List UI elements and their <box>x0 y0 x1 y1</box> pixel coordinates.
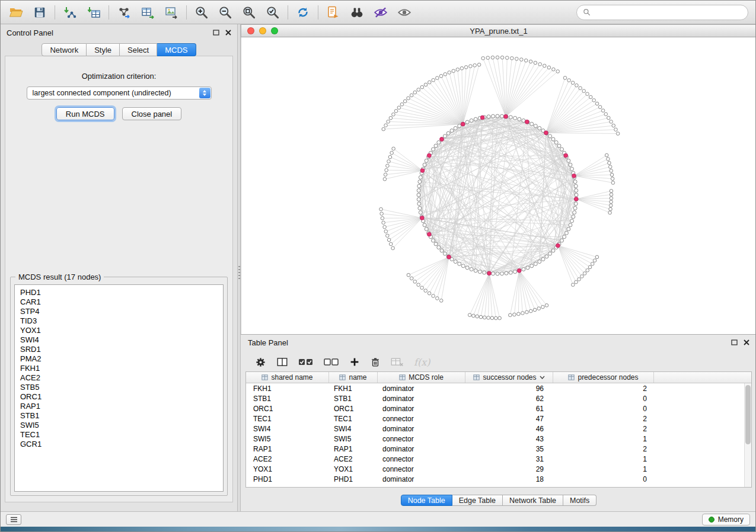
mcds-result-item[interactable]: PHD1 <box>20 288 223 297</box>
table-settings-button[interactable] <box>255 357 266 368</box>
zoom-fit-button[interactable] <box>237 3 261 22</box>
column-header-mcds-role[interactable]: MCDS role <box>378 372 465 383</box>
table-row[interactable]: STB1 STB1 dominator 62 0 <box>246 393 744 403</box>
mcds-result-item[interactable]: ACE2 <box>20 373 223 383</box>
import-table-button[interactable] <box>82 3 106 22</box>
maximize-window-icon[interactable] <box>271 27 278 34</box>
mcds-result-item[interactable]: STB1 <box>20 411 223 421</box>
search-box[interactable] <box>576 5 748 20</box>
network-titlebar[interactable]: YPA_prune.txt_1 <box>241 24 756 37</box>
splitter-grip[interactable] <box>238 266 240 279</box>
cell-name: YOX1 <box>329 465 378 473</box>
delete-column-button[interactable] <box>370 357 381 368</box>
column-header-shared-name[interactable]: shared name <box>246 372 329 383</box>
gear-icon <box>255 357 266 368</box>
network-canvas[interactable] <box>241 37 756 334</box>
memory-button[interactable]: Memory <box>702 514 750 525</box>
search-input[interactable] <box>594 8 742 17</box>
mcds-result-item[interactable]: CAR1 <box>20 297 223 307</box>
zoom-out-button[interactable] <box>213 3 237 22</box>
mcds-result-item[interactable]: STP4 <box>20 307 223 316</box>
table-scrollbar[interactable] <box>744 383 751 487</box>
close-panel-button[interactable] <box>225 30 231 36</box>
panel-menu-button[interactable] <box>6 514 21 525</box>
open-file-button[interactable] <box>4 3 28 22</box>
table-tab-edge-table[interactable]: Edge Table <box>452 495 503 506</box>
table-row[interactable]: YOX1 YOX1 connector 29 1 <box>246 464 744 474</box>
import-network-button[interactable] <box>58 3 82 22</box>
table-row[interactable]: TEC1 TEC1 connector 47 2 <box>246 414 744 424</box>
control-tab-select[interactable]: Select <box>120 43 157 56</box>
toolbar-separator <box>288 5 288 20</box>
add-column-button[interactable] <box>349 357 360 367</box>
export-table-button[interactable] <box>136 3 160 22</box>
show-elements-button[interactable] <box>393 3 416 22</box>
mcds-result-item[interactable]: SWI4 <box>20 335 223 345</box>
mcds-result-item[interactable]: RAP1 <box>20 402 223 411</box>
mcds-result-item[interactable]: YOX1 <box>20 326 223 335</box>
control-tab-mcds[interactable]: MCDS <box>157 43 196 56</box>
share-document-button[interactable] <box>321 3 345 22</box>
show-columns-button[interactable] <box>276 357 288 367</box>
table-row[interactable]: SWI5 SWI5 connector 43 1 <box>246 434 744 444</box>
control-tab-style[interactable]: Style <box>87 43 120 56</box>
export-image-button[interactable] <box>160 3 183 22</box>
zoom-in-button[interactable] <box>190 3 213 22</box>
cell-mcds-role: dominator <box>378 395 465 403</box>
mcds-result-item[interactable]: STB5 <box>20 383 223 392</box>
table-row[interactable]: ACE2 ACE2 connector 31 1 <box>246 454 744 464</box>
close-table-panel-button[interactable] <box>744 339 749 345</box>
column-header-successor-nodes[interactable]: successor nodes <box>465 372 553 383</box>
mcds-result-list[interactable]: PHD1 CAR1 STP4 TID3 YOX1 SWI4 SRD1 PMA2 … <box>14 284 224 492</box>
mcds-result-item[interactable]: SWI5 <box>20 421 223 430</box>
column-header-predecessor-nodes[interactable]: predecessor nodes <box>553 372 654 383</box>
cell-mcds-role: connector <box>378 455 465 463</box>
desktop-wallpaper <box>1 527 755 532</box>
table-tab-network-table[interactable]: Network Table <box>503 495 563 506</box>
find-button[interactable] <box>345 3 369 22</box>
cell-predecessor-nodes: 2 <box>553 384 654 393</box>
scrollbar-thumb[interactable] <box>745 385 751 444</box>
mcds-result-item[interactable]: ORC1 <box>20 392 223 402</box>
save-button[interactable] <box>28 3 52 22</box>
close-window-icon[interactable] <box>247 27 254 34</box>
mcds-result-item[interactable]: TID3 <box>20 316 223 326</box>
float-table-panel-button[interactable] <box>731 339 738 345</box>
deselect-all-rows-button[interactable] <box>324 358 339 366</box>
table-row[interactable]: ORC1 ORC1 dominator 61 0 <box>246 403 744 414</box>
table-sort-icon <box>339 374 346 380</box>
columns-icon <box>276 357 288 367</box>
table-row[interactable]: SWI4 SWI4 dominator 46 2 <box>246 424 744 434</box>
control-tab-network[interactable]: Network <box>42 43 87 56</box>
zoom-selected-button[interactable] <box>261 3 285 22</box>
table-tab-motifs[interactable]: Motifs <box>563 495 596 506</box>
network-graph[interactable] <box>241 37 756 334</box>
table-row[interactable]: PHD1 PHD1 dominator 18 0 <box>246 474 744 484</box>
close-panel-action-button[interactable]: Close panel <box>122 107 182 120</box>
hide-elements-button[interactable] <box>369 3 393 22</box>
select-all-rows-button[interactable] <box>298 358 314 366</box>
control-panel: Control Panel Network Style Select <box>1 24 237 511</box>
cell-name: STB1 <box>329 395 378 403</box>
table-tab-node-table[interactable]: Node Table <box>401 495 452 506</box>
mcds-result-item[interactable]: GCR1 <box>20 440 223 449</box>
minimize-window-icon[interactable] <box>259 27 266 34</box>
run-mcds-button[interactable]: Run MCDS <box>56 107 114 120</box>
control-tab-label: MCDS <box>165 46 187 55</box>
mcds-result-item[interactable]: FKH1 <box>20 364 223 373</box>
mcds-result-item[interactable]: PMA2 <box>20 354 223 364</box>
cell-successor-nodes: 47 <box>465 415 553 423</box>
criterion-select[interactable]: largest connected component (undirected) <box>27 86 212 100</box>
table-tab-label: Network Table <box>509 496 556 505</box>
table-row[interactable]: RAP1 RAP1 dominator 35 2 <box>246 444 744 454</box>
wipe-table-button <box>391 357 404 367</box>
mcds-result-item[interactable]: TEC1 <box>20 430 223 440</box>
main-toolbar <box>1 1 755 24</box>
refresh-button[interactable] <box>291 3 315 22</box>
cell-name: FKH1 <box>329 384 378 393</box>
export-network-button[interactable] <box>112 3 136 22</box>
float-panel-button[interactable] <box>213 30 219 36</box>
mcds-result-item[interactable]: SRD1 <box>20 345 223 354</box>
table-row[interactable]: FKH1 FKH1 dominator 96 2 <box>246 383 744 393</box>
column-header-name[interactable]: name <box>329 372 378 383</box>
